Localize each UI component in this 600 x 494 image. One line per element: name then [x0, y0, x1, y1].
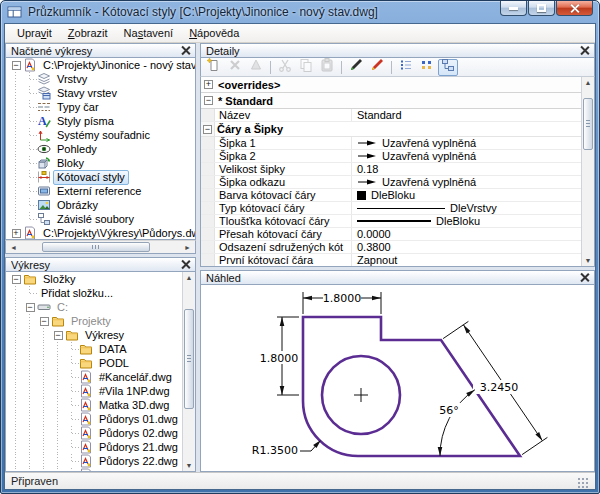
- property-grid-rows: +<overrides>−* StandardNázevStandard−Čár…: [201, 77, 581, 266]
- property-value: DleVrstvy: [352, 202, 581, 214]
- tree-item[interactable]: Přidat složku...: [6, 286, 195, 300]
- property-row[interactable]: Tloušťka kótovací čáryDleBloku: [201, 215, 581, 228]
- tree-collapse-icon[interactable]: −: [26, 303, 35, 312]
- vscroll-thumb[interactable]: [184, 309, 194, 409]
- tree-item[interactable]: −Složky: [6, 272, 195, 286]
- property-row[interactable]: Přesah kótovací čáry0.0000: [201, 228, 581, 241]
- edit-button[interactable]: [346, 59, 366, 76]
- tree-item[interactable]: [6, 468, 195, 472]
- views-icon: [37, 142, 53, 156]
- menu-item[interactable]: Nápověda: [181, 25, 247, 41]
- rename-button[interactable]: [367, 59, 387, 76]
- cut-button[interactable]: [275, 59, 295, 76]
- tree-item[interactable]: Pohledy: [6, 142, 195, 156]
- property-section-row[interactable]: −* Standard: [201, 93, 581, 109]
- property-row[interactable]: Šipka odkazuUzavřená vyplněná: [201, 176, 581, 189]
- menu-item[interactable]: Zobrazit: [60, 25, 116, 41]
- details-vscrollbar[interactable]: ▲ ▼: [581, 77, 594, 266]
- tree-item[interactable]: Systémy souřadnic: [6, 128, 195, 142]
- tree-item[interactable]: PODL: [6, 356, 195, 370]
- tree-item[interactable]: Stavy vrstev: [6, 86, 195, 100]
- property-value-text: 0.18: [357, 163, 378, 175]
- delete-button[interactable]: [225, 59, 245, 76]
- tree-item[interactable]: −C:: [6, 300, 195, 314]
- paste-button[interactable]: [317, 59, 337, 76]
- property-group-row[interactable]: −Čáry a Šipky: [201, 122, 581, 137]
- tree-item[interactable]: Matka 3D.dwg: [6, 398, 195, 412]
- tree-item[interactable]: AStyly písma: [6, 114, 195, 128]
- hscroll-thumb[interactable]: [42, 242, 150, 252]
- tree-guide: [65, 440, 79, 454]
- close-panel-icon[interactable]: [181, 260, 190, 269]
- property-label: Přesah kótovací čáry: [215, 228, 352, 240]
- tree-item[interactable]: Bloky: [6, 156, 195, 170]
- tree-collapse-icon[interactable]: −: [54, 331, 63, 340]
- scroll-left-icon[interactable]: ◄: [7, 242, 20, 253]
- tree-item[interactable]: Závislé soubory: [6, 212, 195, 226]
- close-panel-icon[interactable]: [181, 46, 190, 55]
- property-row[interactable]: Barva kótovací čáryDleBloku: [201, 189, 581, 202]
- tree-guide: [9, 328, 23, 342]
- property-section-row[interactable]: +<overrides>: [201, 77, 581, 93]
- resize-grip[interactable]: [576, 476, 589, 489]
- tree-item[interactable]: −C:\Projekty\Jinonice - nový stav.dwg: [6, 58, 195, 72]
- tree-item[interactable]: Typy čar: [6, 100, 195, 114]
- collapse-icon[interactable]: −: [203, 125, 212, 134]
- tree-guide: [65, 454, 79, 468]
- property-row[interactable]: První kótovací čáraZapnout: [201, 254, 581, 266]
- scroll-down-icon[interactable]: ▼: [582, 255, 595, 266]
- tree-item[interactable]: #Vila 1NP.dwg: [6, 384, 195, 398]
- tree-item[interactable]: Obrázky: [6, 198, 195, 212]
- loaded-drawings-hscrollbar[interactable]: ◄ ►: [5, 240, 196, 254]
- tree-collapse-icon[interactable]: −: [12, 61, 21, 70]
- property-row[interactable]: Odsazení sdružených kót0.3800: [201, 241, 581, 254]
- drawings-vscrollbar[interactable]: ▲ ▼: [182, 272, 195, 471]
- scroll-up-icon[interactable]: ▲: [582, 77, 595, 88]
- scroll-down-icon[interactable]: ▼: [183, 460, 196, 471]
- property-row[interactable]: Typ kótovací čáryDleVrstvy: [201, 202, 581, 215]
- scroll-right-icon[interactable]: ►: [181, 242, 194, 253]
- property-row[interactable]: Šipka 1Uzavřená vyplněná: [201, 137, 581, 150]
- property-row[interactable]: NázevStandard: [201, 109, 581, 122]
- collapse-icon[interactable]: −: [204, 96, 213, 105]
- vscroll-thumb[interactable]: [583, 98, 593, 150]
- tree-expand-icon[interactable]: +: [12, 229, 21, 238]
- tree-item[interactable]: Půdorys 22.dwg: [6, 454, 195, 468]
- expand-icon[interactable]: +: [204, 80, 213, 89]
- close-panel-icon[interactable]: [580, 46, 589, 55]
- menu-item[interactable]: Nastavení: [116, 25, 182, 41]
- purge-button[interactable]: [246, 59, 266, 76]
- property-row[interactable]: Šipka 2Uzavřená vyplněná: [201, 150, 581, 163]
- tree-item[interactable]: Kótovací styly: [6, 170, 195, 184]
- tree-guide: [9, 342, 23, 356]
- icon-view-button[interactable]: [417, 59, 437, 76]
- tree-item[interactable]: Půdorys 01.dwg: [6, 412, 195, 426]
- tree-item[interactable]: Externí reference: [6, 184, 195, 198]
- tree-item[interactable]: DATA: [6, 342, 195, 356]
- tree-item[interactable]: −Projekty: [6, 314, 195, 328]
- minimize-button[interactable]: [500, 1, 527, 16]
- tree-collapse-icon[interactable]: −: [12, 275, 21, 284]
- row-gutter: [201, 150, 215, 162]
- tree-collapse-icon[interactable]: −: [40, 317, 49, 326]
- tree-item[interactable]: #Kancelář.dwg: [6, 370, 195, 384]
- close-panel-icon[interactable]: [580, 273, 589, 282]
- maximize-button[interactable]: [528, 1, 555, 16]
- tree-item-label: Obrázky: [53, 198, 102, 213]
- tree-item[interactable]: Půdorys 21.dwg: [6, 440, 195, 454]
- copy-button[interactable]: [296, 59, 316, 76]
- tree-item-label: #Kancelář.dwg: [95, 370, 176, 385]
- list-view-button[interactable]: [396, 59, 416, 76]
- property-row[interactable]: Velikost šipky0.18: [201, 163, 581, 176]
- tree-item[interactable]: +C:\Projekty\Výkresy\Půdorys.dwg: [6, 226, 195, 240]
- tree-item[interactable]: Vrstvy: [6, 72, 195, 86]
- tree-guide: [37, 328, 51, 342]
- tree-view-button[interactable]: [438, 59, 458, 76]
- scroll-up-icon[interactable]: ▲: [183, 272, 196, 283]
- tree-item[interactable]: Půdorys 02.dwg: [6, 426, 195, 440]
- close-button[interactable]: [556, 1, 593, 16]
- menu-item[interactable]: Upravit: [9, 25, 60, 41]
- property-label: Název: [215, 109, 352, 121]
- new-item-button[interactable]: [204, 59, 224, 76]
- tree-item[interactable]: −Výkresy: [6, 328, 195, 342]
